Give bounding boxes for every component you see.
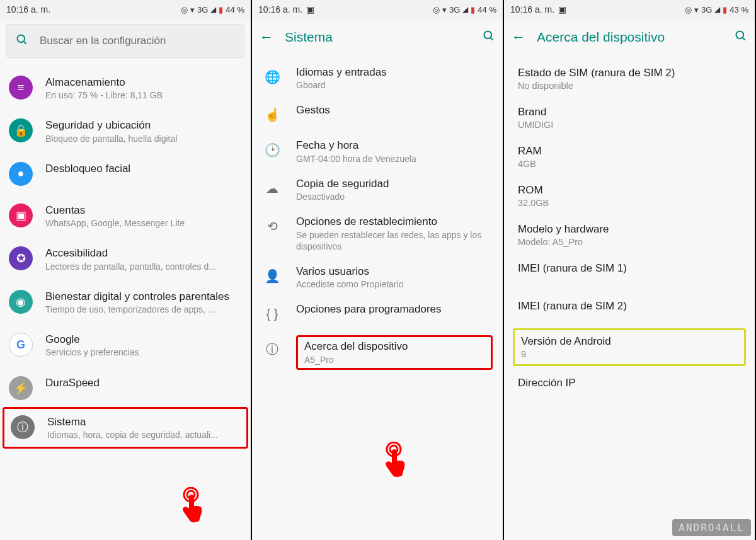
item-sub: Servicios y preferencias (45, 347, 241, 358)
about-sim2[interactable]: Estado de SIM (ranura de SIM 2) No dispo… (504, 59, 755, 98)
item-sub: Tiempo de uso, temporizadores de apps, .… (45, 304, 241, 315)
item-title: Fecha y hora (296, 139, 493, 152)
item-sub: A5_Pro (304, 354, 486, 365)
about-imei1[interactable]: IMEI (ranura de SIM 1) (504, 255, 755, 292)
item-sub: Se pueden restablecer las redes, las app… (296, 229, 493, 252)
settings-item-system[interactable]: ⓘ Sistema Idiomas, hora, copia de seguri… (3, 407, 248, 449)
info-icon: ⓘ (261, 338, 284, 360)
search-icon (16, 33, 28, 49)
battery-percent: 44 % (226, 5, 244, 14)
svg-point-8 (736, 31, 744, 38)
item-title: Bienestar digital y controles parentales (45, 290, 241, 303)
reset-icon: ⟲ (261, 215, 284, 238)
svg-line-1 (24, 41, 26, 43)
item-title: Sistema (47, 415, 239, 428)
system-item-backup[interactable]: ☁ Copia de seguridad Desactivado (252, 171, 503, 209)
settings-item-accessibility[interactable]: ✪ Accesibilidad Lectores de pantalla, pa… (0, 238, 251, 280)
search-button[interactable] (735, 30, 747, 45)
item-sub: Bloqueo de pantalla, huella digital (45, 133, 241, 144)
item-title: Seguridad y ubicación (45, 118, 241, 132)
screenshot-icon: ▣ (306, 4, 314, 14)
item-title: Acerca del dispositivo (304, 340, 486, 353)
about-model[interactable]: Modelo y hardware Modelo: A5_Pro (504, 215, 755, 255)
about-ip[interactable]: Dirección IP (504, 369, 755, 397)
item-sub: En uso: 75 % - Libre: 8,11 GB (45, 89, 241, 101)
item-title: DuraSpeed (45, 376, 241, 389)
app-header: ← Sistema (252, 19, 503, 55)
status-bar: 10:16 a. m. ◎ ▾ 3G ◢ ▮ 44 % (0, 0, 251, 19)
svg-line-9 (743, 37, 745, 40)
about-ram[interactable]: RAM 4GB (504, 137, 755, 176)
clock-icon: 🕑 (261, 139, 284, 161)
back-button[interactable]: ← (260, 29, 273, 45)
search-placeholder: Buscar en la configuración (40, 35, 166, 47)
item-sub: Lectores de pantalla, pantalla, controle… (45, 261, 241, 272)
item-title: Brand (518, 106, 741, 118)
about-imei2[interactable]: IMEI (ranura de SIM 2) (504, 292, 755, 330)
about-brand[interactable]: Brand UMIDIGI (504, 98, 755, 137)
duraspeed-icon: ⚡ (9, 376, 33, 400)
item-title: RAM (518, 145, 741, 158)
status-time: 10:16 a. m. (510, 4, 554, 14)
item-title: Idiomas y entradas (296, 66, 493, 79)
system-item-reset[interactable]: ⟲ Opciones de restablecimiento Se pueden… (252, 209, 503, 258)
item-title: IMEI (ranura de SIM 1) (518, 262, 741, 275)
item-title: Gestos (296, 103, 493, 117)
item-sub: Accediste como Propietario (296, 279, 493, 290)
system-item-gestures[interactable]: ☝ Gestos (252, 97, 503, 132)
braces-icon: { } (261, 302, 284, 325)
item-title: Modelo y hardware (518, 223, 741, 236)
item-sub: Idiomas, hora, copia de seguridad, actua… (47, 429, 239, 440)
item-title: ROM (518, 184, 741, 197)
settings-item-faceunlock[interactable]: ● Desbloqueo facial (0, 153, 251, 195)
back-button[interactable]: ← (512, 29, 525, 45)
item-title: Google (45, 333, 241, 346)
item-sub: UMIDIGI (518, 120, 741, 130)
signal-icon: ◢ (462, 5, 468, 14)
system-item-users[interactable]: 👤 Varios usuarios Accediste como Propiet… (252, 258, 503, 296)
system-item-datetime[interactable]: 🕑 Fecha y hora GMT-04:00 hora de Venezue… (252, 132, 503, 170)
item-title: Accesibilidad (45, 246, 241, 260)
settings-search[interactable]: Buscar en la configuración (6, 24, 244, 58)
settings-list: ≡ Almacenamiento En uso: 75 % - Libre: 8… (0, 63, 251, 540)
status-bar: 10:16 a. m. ▣ ◎ ▾ 3G ◢ ▮ 43 % (504, 0, 755, 19)
system-item-about[interactable]: ⓘ Acerca del dispositivo A5_Pro (252, 331, 503, 373)
item-sub: Desactivado (296, 191, 493, 202)
item-sub: 4GB (518, 159, 741, 169)
settings-item-accounts[interactable]: ▣ Cuentas WhatsApp, Google, Messenger Li… (0, 195, 251, 238)
item-title: Varios usuarios (296, 265, 493, 278)
search-button[interactable] (483, 30, 495, 45)
phone-screen-3: 10:16 a. m. ▣ ◎ ▾ 3G ◢ ▮ 43 % ← Acerca d… (504, 0, 756, 540)
system-item-languages[interactable]: 🌐 Idiomas y entradas Gboard (252, 59, 503, 97)
about-rom[interactable]: ROM 32.0GB (504, 176, 755, 215)
google-icon: G (9, 333, 33, 357)
phone-screen-1: 10:16 a. m. ◎ ▾ 3G ◢ ▮ 44 % Buscar en la… (0, 0, 252, 540)
settings-item-storage[interactable]: ≡ Almacenamiento En uso: 75 % - Libre: 8… (0, 67, 251, 110)
page-title: Sistema (285, 30, 471, 45)
settings-item-google[interactable]: G Google Servicios y preferencias (0, 324, 251, 367)
face-icon: ● (9, 162, 33, 186)
system-item-developer[interactable]: { } Opciones para programadores (252, 296, 503, 331)
watermark: ANDRO4ALL (672, 519, 751, 536)
wifi-icon: ▾ (442, 5, 447, 14)
svg-point-4 (484, 31, 492, 38)
settings-item-duraspeed[interactable]: ⚡ DuraSpeed (0, 367, 251, 409)
signal-icon: ◢ (210, 5, 216, 14)
page-title: Acerca del dispositivo (537, 30, 723, 45)
item-title: Opciones de restablecimiento (296, 215, 493, 228)
nfc-icon: ◎ (181, 5, 188, 14)
wifi-icon: ▾ (190, 5, 195, 14)
wellbeing-icon: ◉ (9, 290, 33, 314)
item-title: Opciones para programadores (296, 302, 493, 316)
settings-item-security[interactable]: 🔒 Seguridad y ubicación Bloqueo de panta… (0, 110, 251, 152)
settings-item-wellbeing[interactable]: ◉ Bienestar digital y controles parental… (0, 281, 251, 324)
item-sub: WhatsApp, Google, Messenger Lite (45, 217, 241, 229)
battery-icon: ▮ (471, 5, 475, 14)
about-android-version[interactable]: Versión de Android 9 (513, 328, 746, 366)
svg-point-0 (18, 35, 25, 42)
info-icon: ⓘ (11, 415, 35, 439)
accessibility-icon: ✪ (9, 246, 33, 270)
tap-hand-icon (378, 442, 410, 480)
battery-icon: ▮ (723, 5, 727, 14)
accounts-icon: ▣ (9, 204, 33, 227)
